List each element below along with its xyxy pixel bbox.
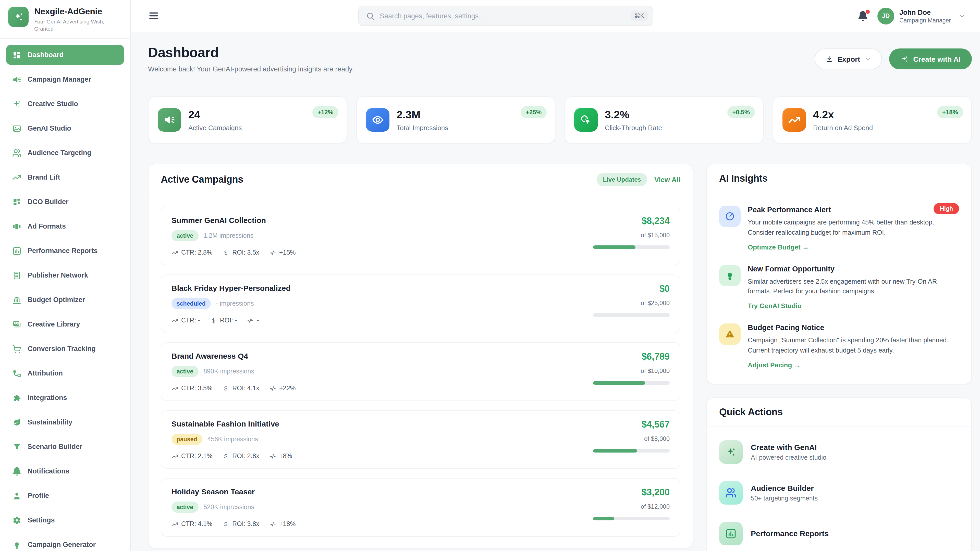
sidebar-item[interactable]: Creative Studio bbox=[6, 94, 124, 114]
quick-action-title: Create with GenAI bbox=[751, 443, 826, 451]
sidebar-item-label: Dashboard bbox=[27, 51, 64, 59]
stat-card[interactable]: 2.3M Total Impressions +25% bbox=[356, 97, 555, 143]
roi-value: ROI: 2.8x bbox=[232, 453, 259, 460]
sidebar-item[interactable]: Campaign Manager bbox=[6, 70, 124, 89]
stat-value: 3.2% bbox=[605, 108, 662, 121]
insight-text: Similar advertisers see 2.5x engagement … bbox=[748, 276, 952, 297]
user-menu[interactable]: JD John Doe Campaign Manager bbox=[877, 7, 966, 24]
header-actions: Export Create with AI bbox=[815, 48, 972, 69]
activity-icon bbox=[269, 453, 276, 459]
stat-icon bbox=[788, 114, 800, 126]
sidebar-item-icon bbox=[12, 295, 21, 305]
export-button[interactable]: Export bbox=[815, 48, 882, 69]
status-badge: active bbox=[172, 366, 198, 377]
notifications-button[interactable] bbox=[858, 11, 868, 21]
campaign-row[interactable]: Sustainable Fashion Initiative paused 45… bbox=[161, 410, 680, 469]
stat-delta-badge: +18% bbox=[937, 106, 963, 118]
stat-label: Active Campaigns bbox=[188, 124, 242, 131]
status-badge: paused bbox=[172, 433, 202, 445]
sidebar-item[interactable]: Publisher Network bbox=[6, 265, 124, 286]
sidebar-item[interactable]: Profile bbox=[6, 486, 124, 506]
campaign-left: Summer GenAI Collection active 1.2M impr… bbox=[172, 216, 296, 256]
sidebar-item-icon bbox=[12, 345, 21, 354]
campaign-row[interactable]: Summer GenAI Collection active 1.2M impr… bbox=[161, 206, 680, 265]
growth-value: +8% bbox=[279, 453, 292, 460]
create-with-ai-button[interactable]: Create with AI bbox=[889, 48, 972, 69]
campaign-row[interactable]: Brand Awareness Q4 active 890K impressio… bbox=[161, 342, 680, 401]
campaign-meta: active 1.2M impressions bbox=[172, 230, 296, 241]
insight-action-link[interactable]: Adjust Pacing → bbox=[748, 361, 800, 369]
ctr-stat: CTR: 2.8% bbox=[172, 249, 212, 256]
sidebar-item[interactable]: Audience Targeting bbox=[6, 143, 124, 163]
campaign-row[interactable]: Black Friday Hyper-Personalized schedule… bbox=[161, 275, 680, 333]
insight-item: Budget Pacing Notice Campaign "Summer Co… bbox=[719, 324, 959, 383]
budget-progress-fill bbox=[593, 245, 635, 249]
sidebar-item-icon bbox=[12, 516, 21, 525]
campaign-stats: CTR: 2.8% ROI: 3.5x +15% bbox=[172, 249, 296, 256]
sidebar-item[interactable]: Integrations bbox=[6, 388, 124, 408]
ctr-value: CTR: 4.1% bbox=[181, 520, 212, 527]
sidebar-item[interactable]: Scenario Builder bbox=[6, 437, 124, 457]
sidebar-item[interactable]: Campaign Generator bbox=[6, 535, 124, 551]
budget-progress bbox=[593, 381, 670, 385]
budget-progress-fill bbox=[593, 517, 614, 520]
sidebar-item[interactable]: Ad Formats bbox=[6, 217, 124, 237]
quick-action-item[interactable]: Audience Builder 50+ targeting segments bbox=[719, 481, 959, 505]
budget-total: of $10,000 bbox=[641, 367, 670, 375]
sidebar-item[interactable]: Brand Lift bbox=[6, 168, 124, 187]
campaign-name: Black Friday Hyper-Personalized bbox=[172, 284, 291, 292]
quick-action-item[interactable]: Performance Reports bbox=[719, 522, 959, 545]
user-text: John Doe Campaign Manager bbox=[899, 8, 951, 23]
stat-cards: 24 Active Campaigns +12% 2.3M Total Impr… bbox=[148, 97, 972, 143]
sidebar: Nexgile-AdGenie Your GenAI Advertising W… bbox=[0, 0, 130, 551]
search-icon bbox=[366, 11, 375, 20]
sidebar-item[interactable]: Settings bbox=[6, 510, 124, 530]
stat-card[interactable]: 3.2% Click-Through Rate +0.5% bbox=[565, 97, 764, 143]
sidebar-item[interactable]: Performance Reports bbox=[6, 241, 124, 261]
stat-card[interactable]: 4.2x Return on Ad Spend +18% bbox=[773, 97, 972, 143]
view-all-link[interactable]: View All bbox=[654, 176, 680, 183]
growth-value: +15% bbox=[279, 249, 296, 256]
dollar-icon bbox=[223, 521, 229, 527]
growth-stat: +18% bbox=[269, 520, 296, 527]
search-bar: ⌘K bbox=[358, 6, 653, 26]
sidebar-item[interactable]: Sustainability bbox=[6, 413, 124, 432]
sidebar-item[interactable]: Dashboard bbox=[6, 45, 124, 65]
search-input[interactable] bbox=[380, 12, 626, 20]
quick-action-icon-box bbox=[719, 440, 743, 464]
insight-title: Peak Performance Alert bbox=[748, 206, 952, 214]
sidebar-item[interactable]: Conversion Tracking bbox=[6, 339, 124, 359]
app-root: Nexgile-AdGenie Your GenAI Advertising W… bbox=[0, 0, 980, 551]
trending-up-icon bbox=[172, 249, 178, 256]
campaigns-list: Summer GenAI Collection active 1.2M impr… bbox=[148, 195, 693, 548]
sidebar-item-label: Campaign Generator bbox=[27, 541, 96, 549]
ctr-value: CTR: 2.1% bbox=[181, 453, 212, 460]
sidebar-item[interactable]: Attribution bbox=[6, 364, 124, 383]
sidebar-item-label: Audience Targeting bbox=[27, 149, 91, 157]
impressions-label: 890K impressions bbox=[204, 368, 254, 375]
menu-icon[interactable] bbox=[148, 10, 159, 21]
campaign-row[interactable]: Holiday Season Teaser active 520K impres… bbox=[161, 478, 680, 537]
campaign-budget: $0 of $25,000 bbox=[593, 284, 670, 324]
sidebar-item[interactable]: Budget Optimizer bbox=[6, 290, 124, 310]
chevron-down-icon bbox=[958, 12, 966, 20]
campaigns-header: Active Campaigns Live Updates View All bbox=[148, 164, 693, 195]
sidebar-item-icon bbox=[12, 100, 21, 109]
sidebar-item[interactable]: GenAI Studio bbox=[6, 119, 124, 138]
sidebar-item[interactable]: Creative Library bbox=[6, 314, 124, 334]
sidebar-item[interactable]: Notifications bbox=[6, 462, 124, 481]
sidebar-item-label: Settings bbox=[27, 516, 55, 524]
sidebar-item[interactable]: DCO Builder bbox=[6, 192, 124, 212]
insight-action-link[interactable]: Optimize Budget → bbox=[748, 243, 809, 251]
stat-card[interactable]: 24 Active Campaigns +12% bbox=[148, 97, 347, 143]
chevron-down-icon bbox=[865, 56, 871, 62]
sidebar-item-icon bbox=[12, 222, 21, 231]
insights-header: AI Insights bbox=[707, 164, 971, 193]
insight-icon-box bbox=[719, 265, 741, 286]
screen: Nexgile-AdGenie Your GenAI Advertising W… bbox=[0, 0, 980, 551]
user-role: Campaign Manager bbox=[899, 17, 951, 23]
growth-value: +18% bbox=[279, 520, 296, 527]
campaign-name: Brand Awareness Q4 bbox=[172, 351, 296, 360]
quick-action-item[interactable]: Create with GenAI AI-powered creative st… bbox=[719, 440, 959, 464]
insight-action-link[interactable]: Try GenAI Studio → bbox=[748, 302, 810, 310]
